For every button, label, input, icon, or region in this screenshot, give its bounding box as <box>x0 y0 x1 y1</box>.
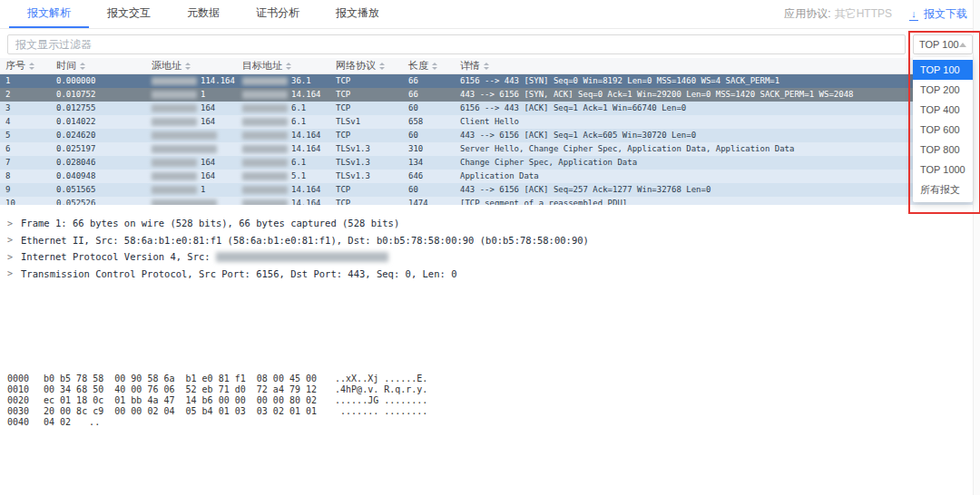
tree-line-1[interactable]: >Frame 1: 66 bytes on wire (528 bits), 6… <box>7 215 898 232</box>
page-scrollbar[interactable] <box>973 0 980 495</box>
tab-3[interactable]: 元数据 <box>169 0 238 28</box>
app-protocol-label: 应用协议: <box>784 7 830 20</box>
row-protocol: TCP <box>330 197 403 205</box>
tree-text: Frame 1: 66 bytes on wire (528 bits), 66… <box>21 218 399 228</box>
row-destination: 36.1 <box>237 74 330 88</box>
redacted-block <box>152 131 217 140</box>
table-row-9[interactable]: 90.051565114.164TCP60443 --> 6156 [ACK] … <box>0 183 980 197</box>
tree-line-4[interactable]: >Transmission Control Protocol, Src Port… <box>7 266 898 283</box>
row-time: 0.024620 <box>51 129 146 142</box>
row-info: Change Cipher Spec, Application Data <box>455 156 980 170</box>
download-button[interactable]: ↓ 报文下载 <box>908 6 967 22</box>
tree-line-3[interactable]: >Internet Protocol Version 4, Src: <box>7 248 898 266</box>
row-protocol: TLSv1.3 <box>330 156 403 170</box>
hex-bytes: b0 b5 78 58 00 90 58 6a b1 e0 81 f1 08 0… <box>44 374 317 384</box>
row-no: 9 <box>0 183 51 197</box>
row-destination: 14.164 <box>237 183 330 197</box>
row-no: 2 <box>0 88 51 102</box>
row-time: 0.012755 <box>51 102 146 115</box>
column-header-5[interactable]: 网络协议 <box>330 59 403 73</box>
filter-input[interactable] <box>7 34 906 54</box>
row-no: 7 <box>0 156 51 170</box>
sort-icon <box>286 63 291 70</box>
redacted-block <box>242 131 288 140</box>
table-body: 10.000000114.16436.1TCP666156 --> 443 [S… <box>0 74 980 205</box>
row-length: 60 <box>403 102 455 115</box>
expand-arrow-icon[interactable]: > <box>7 218 13 228</box>
column-label: 网络协议 <box>336 59 376 73</box>
caret-up-icon <box>959 43 966 47</box>
column-header-1[interactable]: 序号 <box>0 59 51 73</box>
sort-icon <box>432 63 437 70</box>
hex-offset: 0030 <box>7 406 44 417</box>
column-header-6[interactable]: 长度 <box>403 59 455 73</box>
tree-text: Ethernet II, Src: 58:6a:b1:e0:81:f1 (58:… <box>21 235 589 246</box>
row-length: 646 <box>403 170 455 183</box>
table-row-3[interactable]: 30.0127551646.1TCP606156 --> 443 [ACK] S… <box>0 102 980 115</box>
download-icon: ↓ <box>908 9 919 19</box>
column-header-2[interactable]: 时间 <box>51 59 146 73</box>
row-info: 443 --> 6156 [ACK] Seq=1 Ack=605 Win=307… <box>455 129 980 142</box>
sort-icon <box>29 63 34 70</box>
tab-1[interactable]: 报文解析 <box>9 0 89 28</box>
row-info: 443 --> 6156 [SYN, ACK] Seq=0 Ack=1 Win=… <box>455 88 980 102</box>
row-length: 1474 <box>403 197 455 205</box>
dropdown-option-4[interactable]: TOP 600 <box>913 120 973 140</box>
hex-offset: 0040 <box>7 417 44 428</box>
column-label: 目标地址 <box>242 59 282 73</box>
row-time: 0.010752 <box>51 88 146 102</box>
row-length: 66 <box>403 88 455 102</box>
row-source: 164 <box>146 156 237 170</box>
dropdown-option-7[interactable]: 所有报文 <box>913 180 973 199</box>
table-row-6[interactable]: 60.02519714.164TLSv1.3310Server Hello, C… <box>0 142 980 156</box>
row-destination: 14.164 <box>237 197 330 205</box>
hex-bytes: ec 01 18 0c 01 bb 4a 47 14 b6 00 00 00 0… <box>44 395 317 406</box>
dropdown-option-1[interactable]: TOP 100 <box>913 60 973 80</box>
row-protocol: TCP <box>330 102 403 115</box>
redacted-block <box>152 104 197 112</box>
row-info: Application Data <box>455 170 980 183</box>
table-row-8[interactable]: 80.0409481645.1TLSv1.3646Application Dat… <box>0 170 980 183</box>
hex-line-4: 003020 00 8c c9 00 00 02 04 05 b4 01 03 … <box>7 406 427 417</box>
redacted-block <box>152 77 197 85</box>
tab-4[interactable]: 证书分析 <box>238 0 318 28</box>
table-row-1[interactable]: 10.000000114.16436.1TCP666156 --> 443 [S… <box>0 74 980 88</box>
table-row-10[interactable]: 100.05252614.164TCP1474[TCP segment of a… <box>0 197 980 205</box>
row-no: 3 <box>0 102 51 115</box>
row-protocol: TCP <box>330 88 403 102</box>
top-bar: 报文解析报文交互元数据证书分析报文播放 应用协议:其它HTTPS ↓ 报文下载 <box>0 0 980 29</box>
top-n-select[interactable]: TOP 100 <box>913 34 973 54</box>
column-header-4[interactable]: 目标地址 <box>237 59 330 73</box>
row-info: 6156 --> 443 [ACK] Seq=1 Ack=1 Win=66740… <box>455 102 980 115</box>
hex-offset: 0020 <box>7 395 44 406</box>
row-length: 66 <box>403 74 455 88</box>
redacted-block <box>242 104 288 112</box>
column-header-3[interactable]: 源地址 <box>146 59 237 73</box>
tree-line-2[interactable]: >Ethernet II, Src: 58:6a:b1:e0:81:f1 (58… <box>7 232 898 249</box>
hex-bytes: 04 02 <box>44 417 71 428</box>
row-no: 10 <box>0 197 51 205</box>
table-row-7[interactable]: 70.0280461646.1TLSv1.3134Change Cipher S… <box>0 156 980 170</box>
row-destination: 6.1 <box>237 102 330 115</box>
column-header-7[interactable]: 详情 <box>455 59 980 73</box>
expand-arrow-icon[interactable]: > <box>7 268 13 278</box>
expand-arrow-icon[interactable]: > <box>7 235 13 245</box>
table-row-4[interactable]: 40.0140221646.1TLSv1658Client Hello <box>0 115 980 129</box>
redacted-block <box>242 77 288 85</box>
row-destination: 14.164 <box>237 129 330 142</box>
dropdown-option-3[interactable]: TOP 400 <box>913 100 973 120</box>
dropdown-option-6[interactable]: TOP 1000 <box>913 160 973 180</box>
table-row-5[interactable]: 50.02462014.164TCP60443 --> 6156 [ACK] S… <box>0 129 980 142</box>
table-row-2[interactable]: 20.010752114.164TCP66443 --> 6156 [SYN, … <box>0 88 980 102</box>
tab-5[interactable]: 报文播放 <box>318 0 397 28</box>
dropdown-option-5[interactable]: TOP 800 <box>913 140 973 160</box>
expand-arrow-icon[interactable]: > <box>7 252 13 262</box>
redacted-block <box>242 199 288 205</box>
hex-ascii: .. <box>89 417 100 428</box>
tab-2[interactable]: 报文交互 <box>89 0 169 28</box>
row-info: [TCP segment of a reassembled PDU] <box>455 197 980 205</box>
row-source <box>146 129 237 142</box>
dropdown-option-2[interactable]: TOP 200 <box>913 80 973 100</box>
download-label: 报文下载 <box>924 6 967 22</box>
row-destination: 6.1 <box>237 115 330 129</box>
